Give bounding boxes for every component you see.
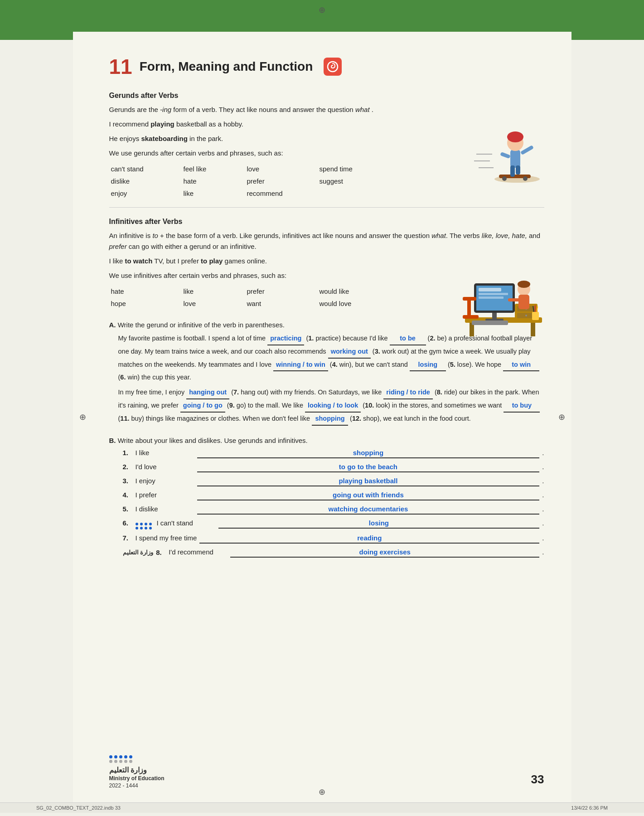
item-starter-8: I'd recommend bbox=[169, 548, 228, 556]
period-8: . bbox=[542, 548, 544, 556]
answer-line-6: losing bbox=[218, 519, 540, 529]
svg-point-3 bbox=[502, 176, 507, 181]
verb-like: like bbox=[182, 189, 245, 198]
num-1: 1. bbox=[308, 335, 314, 342]
item-starter-7: I spend my free time bbox=[136, 534, 197, 542]
logo-dots-inline bbox=[136, 523, 152, 529]
verbs-italic: like, love, hate, bbox=[482, 232, 527, 239]
footer-year: 2022 - 1444 bbox=[109, 782, 165, 789]
svg-rect-38 bbox=[532, 312, 539, 320]
top-crosshair: ⊕ bbox=[318, 5, 327, 15]
what-italic1: what bbox=[355, 106, 370, 113]
exercise-a-instruction: Write the gerund or infinitive of the ve… bbox=[118, 321, 285, 329]
num-4: 4. bbox=[332, 361, 338, 368]
svg-point-9 bbox=[507, 131, 523, 142]
period-1: . bbox=[542, 449, 544, 457]
answer-line-4: going out with friends bbox=[197, 491, 540, 500]
prefer-italic: prefer bbox=[109, 243, 127, 250]
period-6: . bbox=[542, 519, 544, 527]
num-8: 8. bbox=[437, 389, 442, 396]
num-9: 9. bbox=[229, 402, 235, 409]
item-number-5: 5. bbox=[123, 505, 133, 513]
ing-text: -ing bbox=[160, 106, 171, 113]
svg-rect-30 bbox=[472, 321, 508, 325]
list-item: 1. I like shopping . bbox=[123, 449, 544, 458]
footer-dot bbox=[109, 755, 112, 758]
inf-verb-hope: hope bbox=[109, 299, 182, 308]
item-number-8: 8. bbox=[156, 549, 166, 556]
page-number: 33 bbox=[531, 772, 544, 786]
section-divider bbox=[109, 207, 544, 208]
chapter-number: 11 bbox=[109, 54, 132, 79]
file-info-right: 13/4/22 6:36 PM bbox=[571, 805, 608, 811]
inf-verb-like: like bbox=[182, 287, 245, 296]
num-7: 7. bbox=[233, 389, 239, 396]
blank-3: working out bbox=[328, 345, 371, 359]
bottom-bar: SG_02_COMBO_TEXT_2022.indb 33 13/4/22 6:… bbox=[0, 802, 644, 813]
chapter-title: Form, Meaning and Function bbox=[140, 59, 313, 74]
dot bbox=[149, 527, 152, 529]
exercise-a-label: A. bbox=[109, 321, 116, 329]
item-number-4: 4. bbox=[123, 491, 133, 499]
svg-rect-25 bbox=[479, 288, 501, 291]
blank-11: to buy bbox=[504, 399, 540, 413]
footer-dot bbox=[109, 760, 112, 763]
chapter-icon bbox=[324, 58, 342, 76]
item-8-wrap: وزارة التعليم 8. bbox=[123, 549, 166, 556]
what-italic2: what bbox=[431, 232, 446, 239]
example1-post: basketball as a hobby. bbox=[174, 120, 243, 128]
inf-verb-would-love: would love bbox=[318, 299, 399, 308]
svg-rect-11 bbox=[500, 152, 510, 159]
dot bbox=[140, 523, 143, 525]
chapter-header: 11 Form, Meaning and Function bbox=[109, 54, 544, 79]
para2: In my free time, I enjoy hanging out (7.… bbox=[118, 386, 544, 425]
num-12: 12. bbox=[352, 415, 361, 422]
example2-bold: skateboarding bbox=[141, 135, 188, 142]
inf-verb-love: love bbox=[182, 299, 245, 308]
item-number-3: 3. bbox=[123, 477, 133, 485]
gerunds-title: Gerunds after Verbs bbox=[109, 92, 544, 100]
footer-dot bbox=[114, 760, 117, 763]
item-starter-5: I dislike bbox=[136, 505, 194, 513]
svg-rect-31 bbox=[463, 315, 479, 319]
footer-dot bbox=[129, 755, 132, 758]
exercise-b-instruction: Write about your likes and dislikes. Use… bbox=[118, 437, 308, 444]
answer-line-2: to go to the beach bbox=[197, 463, 540, 472]
exercise-b-section: B. Write about your likes and dislikes. … bbox=[109, 437, 544, 558]
blank-1: practicing bbox=[267, 332, 304, 345]
item-number-7: 7. bbox=[123, 534, 133, 542]
to-watch-bold: to watch bbox=[125, 257, 153, 265]
to-italic: to bbox=[152, 232, 158, 239]
svg-point-4 bbox=[523, 176, 528, 181]
period-7: . bbox=[542, 534, 544, 542]
item-starter-2: I'd love bbox=[136, 463, 194, 471]
svg-rect-33 bbox=[463, 297, 476, 301]
blank-5: losing bbox=[410, 359, 446, 372]
blank-4: winning / to win bbox=[273, 359, 328, 372]
verb-suggest: suggest bbox=[318, 176, 399, 186]
period-5: . bbox=[542, 505, 544, 513]
bottom-crosshair: ⊕ bbox=[319, 787, 325, 797]
example1-bold: playing bbox=[150, 120, 174, 128]
gerunds-intro3: . bbox=[372, 106, 373, 113]
dot bbox=[145, 523, 147, 525]
dot bbox=[140, 527, 143, 529]
list-item: 7. I spend my free time reading . bbox=[123, 534, 544, 544]
right-crosshair: ⊕ bbox=[558, 412, 565, 422]
num-11: 11. bbox=[120, 415, 129, 422]
svg-rect-17 bbox=[531, 323, 535, 336]
example2-pre: He enjoys bbox=[109, 135, 141, 142]
blank-2: to be bbox=[390, 332, 426, 345]
svg-rect-28 bbox=[492, 313, 497, 320]
footer-dot bbox=[124, 760, 127, 763]
blank-6: to win bbox=[503, 359, 539, 372]
item-starter-4: I prefer bbox=[136, 491, 194, 499]
item-starter-6: I can't stand bbox=[157, 519, 216, 527]
footer-dot bbox=[124, 755, 127, 758]
gerunds-intro2: form of a verb. They act like nouns and … bbox=[173, 106, 355, 113]
svg-point-22 bbox=[525, 315, 527, 316]
dot bbox=[145, 527, 147, 529]
answer-line-5: watching documentaries bbox=[197, 505, 540, 515]
svg-point-35 bbox=[518, 281, 530, 288]
inf-verb-prefer: prefer bbox=[245, 287, 318, 296]
